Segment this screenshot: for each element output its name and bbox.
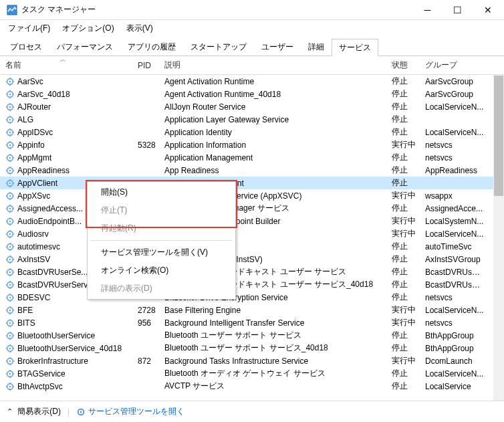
service-name: AppReadiness: [17, 166, 70, 175]
vertical-scrollbar[interactable]: [493, 75, 504, 403]
chevron-down-icon: ⌃: [7, 407, 13, 415]
tab-performance[interactable]: パフォーマンス: [49, 38, 120, 56]
context-search-online[interactable]: オンライン検索(O): [89, 261, 234, 280]
column-description[interactable]: 説明: [160, 57, 388, 74]
service-name: BITS: [17, 318, 35, 328]
context-details: 詳細の表示(D): [89, 280, 234, 298]
service-name: AppXSvc: [17, 191, 50, 201]
menu-view[interactable]: 表示(V): [122, 21, 157, 35]
column-group[interactable]: グループ: [421, 57, 488, 74]
compact-view-toggle[interactable]: ⌃ 簡易表示(D): [7, 406, 61, 417]
service-name: BcastDVRUserSe...: [17, 268, 88, 277]
table-row[interactable]: AssignedAccess...AssignedAccessManager サ…: [0, 202, 504, 215]
table-row[interactable]: AudiosrvWindows Audio実行中LocalServiceN...: [0, 227, 504, 240]
table-row[interactable]: AppReadinessApp Readiness停止AppReadiness: [0, 164, 504, 177]
context-open-services[interactable]: サービス管理ツールを開く(V): [89, 243, 234, 261]
svg-point-152: [80, 411, 82, 413]
svg-point-116: [9, 322, 11, 324]
scroll-thumb[interactable]: [494, 76, 503, 196]
close-button[interactable]: ✕: [473, 1, 503, 19]
menubar: ファイル(F) オプション(O) 表示(V): [0, 20, 504, 37]
svg-point-86: [9, 258, 11, 260]
service-group: LocalService: [421, 379, 488, 394]
titlebar: タスク マネージャー ─ ☐ ✕: [0, 0, 504, 20]
tab-startup[interactable]: スタートアップ: [183, 38, 254, 56]
column-pid[interactable]: PID: [134, 58, 160, 73]
service-pid: [134, 92, 160, 97]
table-row[interactable]: BFE2728Base Filtering Engine実行中LocalServ…: [0, 304, 504, 316]
tab-processes[interactable]: プロセス: [3, 38, 49, 56]
table-row[interactable]: BthAvctpSvcAVCTP サービス停止LocalService: [0, 380, 504, 393]
menu-options[interactable]: オプション(O): [58, 21, 118, 35]
svg-point-110: [9, 309, 11, 311]
context-start[interactable]: 開始(S): [89, 183, 234, 201]
footer-separator: |: [68, 407, 70, 417]
minimize-button[interactable]: ─: [412, 1, 443, 19]
table-row[interactable]: autotimesvcCellular Time停止autoTimeSvc: [0, 240, 504, 253]
table-row[interactable]: AppIDSvcApplication Identity停止LocalServi…: [0, 126, 504, 138]
service-name: Audiosrv: [17, 229, 49, 239]
svg-point-68: [9, 220, 11, 222]
table-row[interactable]: BluetoothUserService_40d18Bluetooth ユーザー…: [0, 342, 504, 354]
service-name: AJRouter: [17, 102, 51, 112]
table-row[interactable]: AarSvcAgent Activation Runtime停止AarSvcGr…: [0, 75, 504, 88]
service-pid: [134, 104, 160, 110]
service-pid: [134, 333, 160, 338]
table-row[interactable]: AudioEndpointB...Windows Audio Endpoint …: [0, 215, 504, 227]
service-group: [421, 117, 488, 122]
service-group: AppReadiness: [421, 163, 488, 178]
table-row[interactable]: AppVClientMicrosoft App-V Client停止: [0, 177, 504, 189]
service-name: AarSvc: [17, 77, 43, 86]
service-name: BFE: [17, 306, 33, 315]
tab-users[interactable]: ユーザー: [254, 38, 301, 56]
table-row[interactable]: AarSvc_40d18Agent Activation Runtime_40d…: [0, 88, 504, 100]
service-pid: [134, 371, 160, 377]
table-header: ︿ 名前 PID 説明 状態 グループ: [0, 56, 504, 75]
menu-file[interactable]: ファイル(F): [4, 21, 54, 35]
service-name: BluetoothUserService_40d18: [17, 344, 122, 353]
context-stop: 停止(T): [89, 201, 234, 219]
table-row[interactable]: BcastDVRUserService_40d18GameDVR とブロードキャ…: [0, 278, 504, 291]
tab-history[interactable]: アプリの履歴: [120, 38, 183, 56]
gear-icon: [76, 407, 86, 417]
context-separator: [90, 240, 233, 241]
svg-point-38: [9, 156, 11, 159]
svg-point-140: [9, 373, 11, 375]
table-row[interactable]: Appinfo5328Application Information実行中net…: [0, 138, 504, 151]
service-name: BrokerInfrastructure: [17, 356, 88, 366]
open-services-label: サービス管理ツールを開く: [88, 406, 184, 417]
service-name: BluetoothUserService: [17, 331, 95, 340]
service-name: AssignedAccess...: [17, 204, 83, 213]
service-pid: 956: [134, 316, 160, 330]
table-rows: AarSvcAgent Activation Runtime停止AarSvcGr…: [0, 75, 504, 403]
table-row[interactable]: BDESVCBitLocker Drive Encryption Service…: [0, 291, 504, 304]
svg-point-32: [9, 144, 11, 146]
context-menu: 開始(S) 停止(T) 再起動(R) サービス管理ツールを開く(V) オンライン…: [87, 181, 236, 300]
table-row[interactable]: AppMgmtApplication Management停止netsvcs: [0, 151, 504, 164]
service-name: BTAGService: [17, 369, 66, 379]
svg-point-44: [9, 169, 11, 171]
service-pid: [134, 130, 160, 135]
service-pid: [134, 155, 160, 161]
service-group: [421, 181, 488, 186]
tabbar: プロセス パフォーマンス アプリの履歴 スタートアップ ユーザー 詳細 サービス: [0, 38, 504, 56]
table-row[interactable]: ALGApplication Layer Gateway Service停止: [0, 113, 504, 126]
open-services-link[interactable]: サービス管理ツールを開く: [76, 406, 184, 417]
svg-point-122: [9, 334, 11, 336]
service-group: LocalServiceN...: [421, 100, 488, 114]
footer: ⌃ 簡易表示(D) | サービス管理ツールを開く: [0, 401, 504, 422]
service-pid: 872: [134, 354, 160, 368]
service-name: Appinfo: [17, 140, 45, 150]
service-name: ALG: [17, 115, 33, 124]
svg-point-14: [9, 106, 11, 108]
tab-details[interactable]: 詳細: [301, 38, 332, 56]
maximize-button[interactable]: ☐: [443, 1, 473, 19]
tab-services[interactable]: サービス: [332, 39, 378, 56]
table-row[interactable]: AJRouterAllJoyn Router Service停止LocalSer…: [0, 100, 504, 113]
svg-point-98: [9, 284, 11, 286]
column-status[interactable]: 状態: [388, 57, 421, 74]
column-name[interactable]: 名前: [0, 57, 134, 74]
svg-point-20: [9, 118, 11, 120]
svg-point-146: [9, 385, 11, 387]
service-name: AarSvc_40d18: [17, 90, 70, 99]
